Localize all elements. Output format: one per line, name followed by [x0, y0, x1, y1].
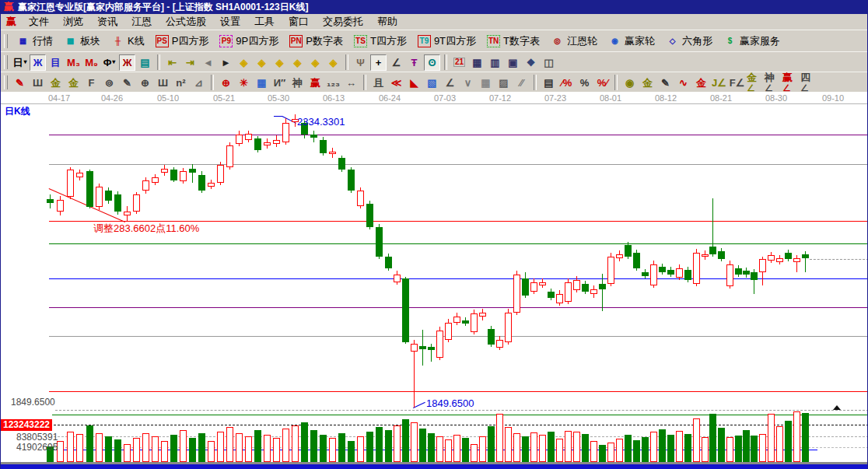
menu-item-settings[interactable]: 设置 [213, 14, 247, 30]
gann-tool-red-star[interactable]: ✳ [236, 75, 252, 91]
gann-tool-protractor[interactable]: ⊿ [191, 75, 207, 91]
gann-tool-gold-grid-1[interactable]: 金 [47, 75, 64, 91]
diamond-nav-3[interactable]: ◈ [271, 54, 288, 71]
wave-3-icon[interactable]: M₃ [65, 54, 82, 71]
purple-tool-icon[interactable]: Ŧ [406, 54, 422, 71]
gann-tool-comb-2[interactable]: Ш [155, 75, 171, 91]
menu-item-gann[interactable]: 江恩 [124, 14, 159, 30]
gann-tool-red-fan[interactable]: ≪ [388, 75, 404, 91]
gann-tool-ying-grid[interactable]: 赢 [307, 75, 324, 91]
diamond-nav-4[interactable]: ◈ [289, 54, 306, 71]
gann-tool-slant-lines[interactable]: ∕∕ [513, 75, 530, 91]
gann-tool-span[interactable]: ↔ [343, 75, 359, 91]
print-icon[interactable]: ◫ [541, 54, 557, 71]
candle-style-selector[interactable]: Φ▾ [101, 54, 117, 71]
crosshair-icon[interactable]: + [370, 54, 387, 71]
wave-overlay-icon[interactable]: Ж [30, 54, 46, 71]
gann-tool-j-angle[interactable]: J∠ [711, 75, 727, 91]
volume-bar [479, 436, 486, 462]
angle-measure-icon[interactable]: ∠ [388, 54, 404, 71]
gann-tool-pct-slant[interactable]: %∕ [594, 75, 611, 91]
diamond-nav-5[interactable]: ◈ [307, 54, 324, 71]
winner-wheel-button[interactable]: ◉赢家轮 [603, 32, 660, 51]
pan-hand-icon[interactable]: Ψ [352, 54, 369, 71]
first-page-button[interactable]: ⇤ [164, 54, 180, 71]
quotes-button[interactable]: ▦行情 [11, 32, 58, 51]
next-button[interactable]: ► [218, 54, 234, 71]
gann-tool-v-wave[interactable]: ∨ [460, 75, 476, 91]
sectors-button[interactable]: ▩板块 [58, 32, 106, 51]
gann-tool-spiral[interactable]: ⊚ [101, 75, 117, 91]
gann-tool-scale[interactable]: ▤ [541, 75, 557, 91]
gann-tool-pct-ruler[interactable]: ∕% [558, 75, 575, 91]
prev-button[interactable]: ◄ [200, 54, 216, 71]
menu-item-help[interactable]: 帮助 [370, 14, 404, 30]
gann-tool-n2[interactable]: n² [173, 75, 189, 91]
menu-item-tools[interactable]: 工具 [247, 14, 282, 30]
save-icon[interactable]: ▣ [505, 54, 521, 71]
gann-tool-f-grid[interactable]: F [83, 75, 100, 91]
chart-area[interactable]: 04-1704-2605-1005-2105-3006-1306-2407-03… [1, 92, 868, 464]
gann-tool-grid-arrow[interactable]: ▨ [495, 75, 512, 91]
gann-tool-gold-grid-2[interactable]: 金 [65, 75, 82, 91]
volume-bar [180, 430, 187, 462]
period-day-selector[interactable]: 日▾ [12, 54, 28, 71]
p9-square-button[interactable]: P99P四方形 [214, 32, 284, 51]
diamond-nav-6[interactable]: ◈ [325, 54, 341, 71]
diamond-nav-1[interactable]: ◈ [236, 54, 252, 71]
t-number-table-button[interactable]: TNT数字表 [481, 32, 545, 51]
menu-item-formula-picker[interactable]: 公式选股 [159, 14, 213, 30]
gann-tool-red-box-fan[interactable]: ◣ [406, 75, 422, 91]
gann-tool-qie-grid[interactable]: 且 [370, 75, 387, 91]
peak-annotation: 2334.3301 [297, 116, 345, 128]
wave-9-icon[interactable]: M₉ [83, 54, 100, 71]
gann-tool-grid[interactable]: ▦ [478, 75, 494, 91]
pattern-overlay-icon[interactable]: Ж [119, 54, 135, 71]
winner-service-button[interactable]: $赢家服务 [718, 32, 786, 51]
gann-tool-ruler-pen[interactable]: ✎ [657, 75, 674, 91]
notes-icon[interactable]: ▥ [487, 54, 503, 71]
calendar-icon[interactable]: 21 [451, 54, 467, 71]
gann-tool-comb[interactable]: Ш [30, 75, 46, 91]
gann-tool-n-quote[interactable]: И″ [271, 75, 288, 91]
t-square-button[interactable]: TST四方形 [348, 32, 412, 51]
gann-globe-icon[interactable]: ʘ [424, 54, 440, 71]
gann-tool-red-circle[interactable]: ⊕ [218, 75, 234, 91]
calculator-icon[interactable]: ▦ [469, 54, 485, 71]
gann-tool-123-grid[interactable]: ₁₂₃ [325, 75, 341, 91]
p-square-button[interactable]: PSP四方形 [150, 32, 215, 51]
menu-item-window[interactable]: 窗口 [282, 14, 316, 30]
list-view-icon[interactable]: 目 [47, 54, 64, 71]
gann-tool-pencil[interactable]: ✎ [12, 75, 28, 91]
gann-tool-circle30[interactable]: ⊕ [137, 75, 153, 91]
menu-item-browse[interactable]: 浏览 [56, 14, 90, 30]
last-page-button[interactable]: ⇥ [182, 54, 198, 71]
gann-tool-av-wave[interactable]: ∿ [675, 75, 691, 91]
gann-tool-shen-grid[interactable]: 神 [289, 75, 306, 91]
gann-tool-gold-lines[interactable]: 金 [639, 75, 656, 91]
t9-square-button[interactable]: T99T四方形 [412, 32, 481, 51]
export-icon[interactable]: ❖ [523, 54, 539, 71]
volume-bar [329, 438, 336, 462]
gann-tool-shen-angle[interactable]: 神∠ [765, 75, 781, 91]
gann-tool-angle-line[interactable]: ∠ [442, 75, 458, 91]
gann-tool-blue-grid[interactable]: ▦ [254, 75, 270, 91]
gann-tool-blue-box[interactable]: ▧ [424, 75, 440, 91]
gann-tool-pencil-grid[interactable]: ✎ [119, 75, 135, 91]
gann-tool-gold-circle[interactable]: ◉ [621, 75, 638, 91]
menu-item-file[interactable]: 文件 [22, 14, 56, 30]
gann-tool-ying-angle[interactable]: 赢∠ [782, 75, 799, 91]
menu-item-news[interactable]: 资讯 [90, 14, 124, 30]
gann-tool-four-angle[interactable]: 四∠ [800, 75, 817, 91]
kline-button[interactable]: ╫K线 [106, 32, 150, 51]
gann-tool-gold-red[interactable]: 金 [693, 75, 709, 91]
gann-tool-gold-angle[interactable]: 金∠ [747, 75, 763, 91]
gann-wheel-button[interactable]: ◎江恩轮 [545, 32, 603, 51]
volume-profile-icon[interactable]: ▤ [137, 54, 153, 71]
p-number-table-button[interactable]: PNP数字表 [284, 32, 348, 51]
gann-tool-f-angle[interactable]: F∠ [729, 75, 745, 91]
menu-item-trade[interactable]: 交易委托 [316, 14, 370, 30]
gann-tool-pct[interactable]: % [576, 75, 593, 91]
diamond-nav-2[interactable]: ◈ [254, 54, 270, 71]
hexagon-button[interactable]: ◇六角形 [660, 32, 718, 51]
